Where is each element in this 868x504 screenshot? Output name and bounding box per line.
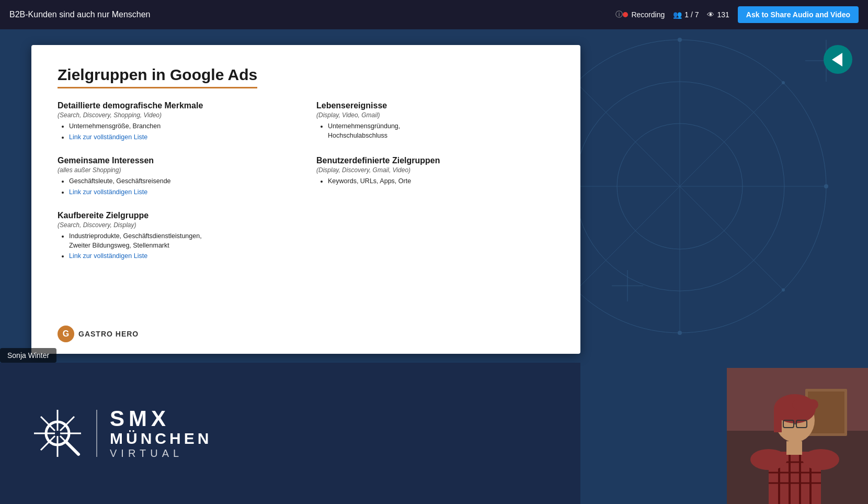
list-item-link: Link zur vollständigen Liste — [69, 252, 295, 261]
section-sub-demo: (Search, Discovery, Shopping, Video) — [58, 111, 295, 119]
webinar-title: B2B-Kunden sind auch nur Menschen — [9, 10, 612, 19]
participants-count: 1 / 7 — [684, 10, 699, 19]
participants-icon: 👥 — [673, 10, 682, 19]
vollstaendige-liste-link-1[interactable]: Link zur vollständigen Liste — [69, 133, 147, 141]
smx-logo: SMX MÜNCHEN VIRTUAL — [31, 407, 212, 460]
back-arrow-icon — [832, 53, 842, 66]
smx-text: SMX MÜNCHEN VIRTUAL — [110, 408, 212, 460]
list-item: Unternehmensgröße, Branchen — [69, 122, 295, 131]
section-heading-lebens: Lebensereignisse — [316, 101, 554, 110]
svg-rect-36 — [792, 399, 818, 410]
slide-logo: G GASTRO HERO — [58, 326, 139, 342]
list-item-link: Link zur vollständigen Liste — [69, 133, 295, 142]
list-item: Keywords, URLs, Apps, Orte — [328, 177, 554, 186]
svg-rect-48 — [786, 441, 802, 455]
svg-point-10 — [824, 184, 828, 188]
slide-section-kaufbereite: Kaufbereite Zielgruppe (Search, Discover… — [58, 211, 295, 263]
section-list-interessen: Geschäftsleute, Geschäftsreisende Link z… — [58, 177, 295, 197]
smx-virtual-label: VIRTUAL — [110, 447, 212, 460]
section-sub-lebens: (Display, Video, Gmail) — [316, 111, 554, 119]
section-list-benutzer: Keywords, URLs, Apps, Orte — [316, 177, 554, 186]
smx-divider — [96, 410, 97, 457]
section-heading-interessen: Gemeinsame Interessen — [58, 156, 295, 165]
recording-badge: Recording — [623, 10, 665, 19]
svg-point-13 — [782, 81, 785, 84]
list-item-link: Link zur vollständigen Liste — [69, 188, 295, 197]
svg-point-7 — [678, 38, 682, 42]
smx-label: SMX — [110, 408, 212, 430]
svg-point-50 — [803, 449, 839, 470]
section-list-lebens: Unternehmensgründung,Hochschulabschluss — [316, 122, 554, 140]
viewers-count: 131 — [717, 10, 729, 19]
list-item: Unternehmensgründung,Hochschulabschluss — [328, 122, 554, 140]
slide-section-interessen: Gemeinsame Interessen (alles außer Shopp… — [58, 156, 295, 198]
vollstaendige-liste-link-2[interactable]: Link zur vollständigen Liste — [69, 188, 147, 196]
viewers-icon: 👁 — [707, 10, 714, 19]
section-heading-benutzer: Benutzerdefinierte Zielgruppen — [316, 156, 554, 165]
magnifier-icon — [31, 407, 84, 460]
presenter-video — [727, 368, 868, 504]
sound-control-button[interactable] — [824, 45, 852, 74]
info-icon[interactable]: ⓘ — [615, 10, 623, 19]
section-list-demo: Unternehmensgröße, Branchen Link zur vol… — [58, 122, 295, 142]
section-heading-demo: Detaillierte demografische Merkmale — [58, 101, 295, 110]
gastro-hero-icon: G — [58, 326, 74, 342]
list-item: Industrieprodukte, Geschäftsdienstleistu… — [69, 232, 295, 250]
svg-line-28 — [66, 442, 78, 454]
section-sub-kaufbereite: (Search, Discovery, Display) — [58, 221, 295, 229]
top-bar: B2B-Kunden sind auch nur Menschen ⓘ Reco… — [0, 0, 868, 29]
vollstaendige-liste-link-3[interactable]: Link zur vollständigen Liste — [69, 252, 147, 260]
svg-point-12 — [782, 288, 785, 292]
slide-section-lebens: Lebensereignisse (Display, Video, Gmail)… — [316, 101, 554, 143]
section-sub-interessen: (alles außer Shopping) — [58, 166, 295, 174]
svg-point-8 — [678, 331, 682, 335]
slide-section-benutzer: Benutzerdefinierte Zielgruppen (Display,… — [316, 156, 554, 198]
slide-section-demo: Detaillierte demografische Merkmale (Sea… — [58, 101, 295, 143]
bottom-branding-bar: SMX MÜNCHEN VIRTUAL — [0, 363, 580, 504]
participants-stat: 👥 1 / 7 — [673, 10, 699, 19]
section-list-kaufbereite: Industrieprodukte, Geschäftsdienstleistu… — [58, 232, 295, 261]
gastro-hero-label: GASTRO HERO — [78, 330, 139, 338]
ask-share-button[interactable]: Ask to Share Audio and Video — [738, 6, 859, 23]
presenter-name-badge: Sonja Winter — [0, 348, 56, 363]
slide-content: Detaillierte demografische Merkmale (Sea… — [58, 101, 554, 270]
smx-city-label: MÜNCHEN — [110, 430, 212, 447]
list-item: Geschäftsleute, Geschäftsreisende — [69, 177, 295, 186]
topbar-controls: Recording 👥 1 / 7 👁 131 Ask to Share Aud… — [623, 6, 859, 23]
section-heading-kaufbereite: Kaufbereite Zielgruppe — [58, 211, 295, 220]
svg-rect-35 — [774, 409, 782, 432]
main-area: Zielgruppen in Google Ads Detaillierte d… — [0, 29, 868, 504]
recording-dot — [623, 12, 628, 17]
slide-title: Zielgruppen in Google Ads — [58, 66, 257, 88]
presentation-slide: Zielgruppen in Google Ads Detaillierte d… — [31, 45, 580, 354]
section-sub-benutzer: (Display, Discovery, Gmail, Video) — [316, 166, 554, 174]
video-feed — [727, 368, 868, 504]
presenter-silhouette — [727, 368, 868, 504]
svg-point-49 — [750, 449, 787, 470]
viewers-stat: 👁 131 — [707, 10, 729, 19]
recording-label: Recording — [631, 10, 665, 19]
